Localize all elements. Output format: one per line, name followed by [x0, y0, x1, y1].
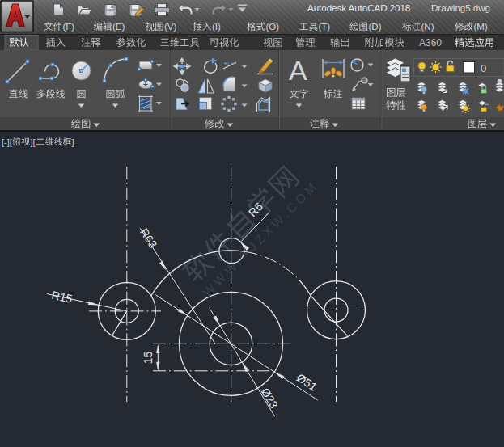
svg-text:(N): (N): [421, 22, 434, 32]
svg-text:[-][: [-][: [2, 137, 12, 147]
svg-text:15: 15: [142, 352, 155, 365]
svg-text:A: A: [289, 55, 307, 86]
svg-text:(F): (F): [63, 22, 75, 32]
svg-text:(M): (M): [474, 22, 488, 32]
svg-text:0: 0: [481, 62, 486, 74]
svg-text:(V): (V): [164, 22, 177, 32]
svg-text:]: ]: [72, 137, 74, 147]
svg-text:(D): (D): [369, 22, 382, 32]
svg-text:(T): (T): [319, 22, 331, 32]
svg-text:A360: A360: [419, 37, 442, 48]
svg-text:Drawing5.dwg: Drawing5.dwg: [431, 3, 490, 13]
svg-text:Autodesk AutoCAD 2018: Autodesk AutoCAD 2018: [307, 3, 410, 13]
svg-text:(I): (I): [212, 22, 221, 32]
svg-text:(E): (E): [112, 22, 125, 32]
svg-text:(O): (O): [266, 22, 280, 32]
svg-text:][: ][: [31, 137, 36, 147]
